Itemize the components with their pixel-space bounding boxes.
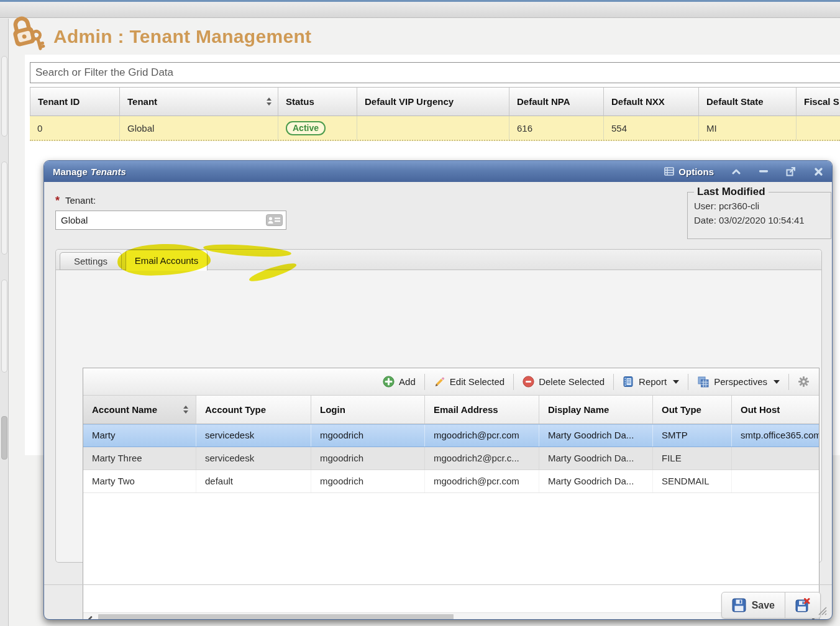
column-header-tenant-id[interactable]: Tenant ID bbox=[30, 87, 120, 116]
tab-panel: Settings Email Accounts Add bbox=[55, 249, 822, 563]
tenant-grid-header: Tenant ID Tenant Status Default VIP Urge… bbox=[30, 87, 840, 116]
search-input[interactable] bbox=[30, 62, 840, 83]
column-header-tenant[interactable]: Tenant bbox=[120, 87, 278, 116]
cell-default-state: MI bbox=[699, 116, 797, 140]
last-modified-title: Last Modified bbox=[694, 186, 769, 198]
minus-icon bbox=[759, 170, 768, 173]
column-header-display-name[interactable]: Display Name bbox=[539, 396, 653, 424]
scroll-left-button[interactable] bbox=[83, 613, 96, 620]
collapse-button[interactable] bbox=[731, 166, 741, 176]
options-grid-icon bbox=[664, 167, 674, 176]
last-modified-user: User: pcr360-cli bbox=[694, 199, 824, 213]
column-header-login[interactable]: Login bbox=[311, 396, 425, 424]
add-plus-icon bbox=[383, 376, 395, 388]
sort-arrows-icon[interactable] bbox=[267, 98, 272, 106]
email-table-body: Martyservicedeskmgoodrichmgoodrich@pcr.c… bbox=[83, 424, 819, 493]
column-header-fiscal[interactable]: Fiscal S bbox=[797, 87, 840, 116]
top-window-band bbox=[0, 2, 840, 18]
email-table-cell: Marty Three bbox=[83, 447, 196, 470]
delete-selected-button[interactable]: Delete Selected bbox=[519, 376, 608, 388]
report-button[interactable]: Report bbox=[619, 376, 682, 388]
toolbar-separator bbox=[613, 374, 614, 390]
column-header-out-type[interactable]: Out Type bbox=[653, 396, 732, 424]
email-table-cell: servicedesk bbox=[196, 447, 311, 470]
email-table-cell: mgoodrich2@pcr.c... bbox=[425, 447, 539, 470]
grid-toolbar: Add Edit Selected bbox=[83, 368, 819, 396]
cell-default-nxx: 554 bbox=[604, 116, 699, 140]
options-button[interactable]: Options bbox=[664, 166, 714, 177]
tab-settings[interactable]: Settings bbox=[60, 252, 122, 270]
column-header-out-host[interactable]: Out Host bbox=[732, 396, 819, 424]
email-table-row[interactable]: Marty Twodefaultmgoodrichmgoodrich@pcr.c… bbox=[83, 470, 819, 493]
email-table-cell bbox=[732, 470, 819, 492]
contact-card-icon[interactable] bbox=[266, 214, 283, 226]
report-dropdown-caret bbox=[673, 380, 679, 384]
close-button[interactable] bbox=[813, 166, 823, 176]
scrollbar-thumb[interactable] bbox=[98, 614, 454, 620]
email-table-row[interactable]: Martyservicedeskmgoodrichmgoodrich@pcr.c… bbox=[83, 424, 819, 447]
email-table-header: Account Name Account Type Login Email Ad… bbox=[83, 396, 819, 424]
tenant-input[interactable] bbox=[56, 211, 286, 229]
column-header-email-address[interactable]: Email Address bbox=[425, 396, 539, 424]
toolbar-separator bbox=[424, 374, 425, 390]
perspectives-button[interactable]: Perspectives bbox=[694, 376, 783, 388]
email-table-cell: Marty bbox=[83, 425, 196, 447]
left-panel-segment bbox=[1, 56, 7, 137]
save-button[interactable]: Save bbox=[722, 592, 785, 618]
left-collapsed-panel[interactable] bbox=[0, 19, 9, 626]
email-table-cell: smtp.office365.com bbox=[732, 425, 819, 447]
left-panel-segment bbox=[1, 279, 7, 373]
pencil-icon bbox=[434, 376, 445, 388]
cell-fiscal bbox=[797, 116, 840, 140]
minimize-button[interactable] bbox=[759, 166, 769, 176]
manage-tenants-dialog: ManageTenants Options bbox=[43, 160, 833, 620]
cell-tenant-id: 0 bbox=[30, 116, 120, 140]
cell-default-npa: 616 bbox=[509, 116, 604, 140]
tenant-grid-row[interactable]: 0 Global Active 616 554 MI bbox=[30, 116, 840, 141]
lock-and-key-logo-icon bbox=[5, 11, 50, 53]
report-notebook-icon bbox=[623, 376, 634, 388]
column-header-default-vip-urgency[interactable]: Default VIP Urgency bbox=[357, 87, 509, 116]
grid-settings-button[interactable] bbox=[795, 376, 813, 388]
sort-arrows-icon[interactable] bbox=[183, 406, 188, 414]
column-header-default-nxx[interactable]: Default NXX bbox=[604, 87, 699, 116]
edit-selected-button[interactable]: Edit Selected bbox=[431, 376, 508, 388]
column-header-account-type[interactable]: Account Type bbox=[196, 396, 311, 424]
last-modified-date: Date: 03/02/2020 10:54:41 bbox=[694, 213, 824, 227]
email-table-cell: SENDMAIL bbox=[653, 470, 732, 492]
email-table-cell: servicedesk bbox=[196, 425, 311, 447]
toolbar-separator bbox=[688, 374, 688, 390]
column-header-default-npa[interactable]: Default NPA bbox=[509, 87, 604, 116]
toolbar-separator bbox=[513, 374, 514, 390]
email-table-row[interactable]: Marty Threeservicedeskmgoodrichmgoodrich… bbox=[83, 447, 819, 470]
tab-email-accounts[interactable]: Email Accounts bbox=[126, 250, 208, 271]
column-header-account-name[interactable]: Account Name bbox=[83, 396, 196, 424]
add-button[interactable]: Add bbox=[380, 376, 419, 388]
email-accounts-grid: Add Edit Selected bbox=[83, 368, 819, 620]
resize-grip[interactable] bbox=[816, 605, 828, 616]
page-title: Admin : Tenant Management bbox=[53, 26, 311, 47]
dialog-titlebar[interactable]: ManageTenants Options bbox=[44, 161, 832, 182]
cell-status: Active bbox=[278, 116, 357, 140]
email-table-cell bbox=[732, 447, 819, 470]
required-marker: * bbox=[55, 194, 60, 207]
horizontal-scrollbar[interactable] bbox=[83, 612, 819, 620]
popout-button[interactable] bbox=[786, 166, 796, 176]
email-table-cell: Marty Two bbox=[83, 470, 196, 492]
perspectives-dropdown-caret bbox=[774, 380, 780, 384]
screen: Admin : Tenant Management Tenant ID Tena… bbox=[0, 0, 840, 626]
footer-divider bbox=[44, 584, 832, 585]
column-header-default-state[interactable]: Default State bbox=[699, 87, 797, 116]
toolbar-separator bbox=[788, 374, 789, 390]
cell-tenant: Global bbox=[120, 116, 278, 140]
email-table-cell: SMTP bbox=[653, 425, 732, 447]
chevron-left-icon bbox=[87, 616, 93, 620]
email-table-cell: Marty Goodrich Da... bbox=[539, 447, 653, 470]
email-table-cell: Marty Goodrich Da... bbox=[539, 470, 653, 492]
save-close-floppy-x-icon bbox=[795, 598, 810, 613]
save-and-close-button[interactable] bbox=[785, 592, 820, 618]
column-header-status[interactable]: Status bbox=[278, 87, 357, 116]
dialog-footer-buttons: Save bbox=[721, 592, 821, 619]
left-panel-segment bbox=[1, 161, 7, 255]
delete-minus-icon bbox=[523, 376, 534, 388]
